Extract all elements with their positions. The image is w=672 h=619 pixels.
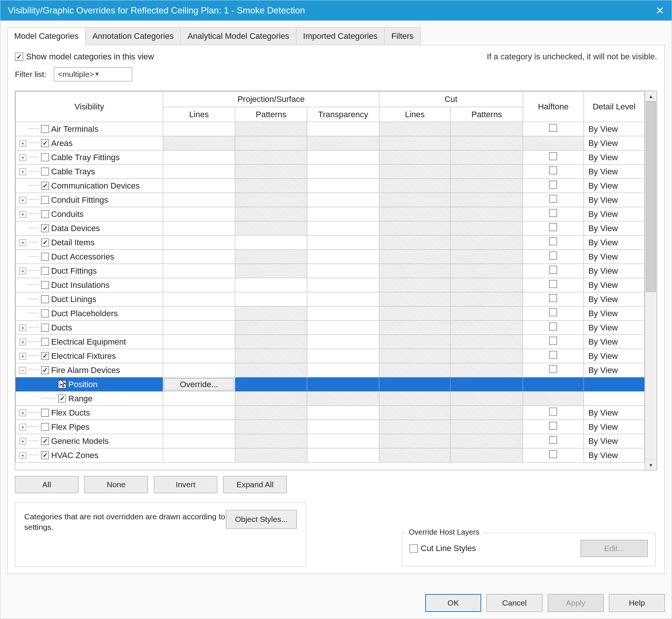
expand-icon[interactable]: + [19,168,26,175]
cell[interactable] [307,207,379,221]
ok-button[interactable]: OK [425,594,481,612]
cell[interactable] [451,406,523,420]
cell[interactable] [163,392,235,406]
cell[interactable] [451,165,523,179]
cell[interactable] [523,264,584,278]
table-row[interactable]: +DuctsBy View [16,321,645,335]
visibility-checkbox[interactable] [41,437,49,445]
cell[interactable]: By View [584,363,644,377]
cell[interactable] [523,150,584,165]
header-projection-surface[interactable]: Projection/Surface [163,91,379,107]
table-row[interactable]: +Duct FittingsBy View [16,264,645,278]
halftone-checkbox[interactable] [549,237,557,245]
visibility-checkbox[interactable] [41,338,49,346]
cell[interactable] [163,349,235,363]
show-model-categories-checkbox[interactable]: Show model categories in this view [15,52,154,62]
halftone-checkbox[interactable] [549,266,557,274]
header-proj-patterns[interactable]: Patterns [235,107,307,122]
visibility-checkbox[interactable] [41,295,49,303]
cell[interactable] [307,264,379,278]
cell[interactable]: By View [584,165,644,179]
cell[interactable] [163,250,235,264]
all-button[interactable]: All [15,476,78,493]
table-row[interactable]: Data DevicesBy View [16,221,645,236]
cell[interactable]: By View [584,207,644,221]
cell[interactable] [307,321,379,335]
cell[interactable] [379,448,451,463]
cell[interactable] [163,179,235,193]
visibility-checkbox[interactable] [58,395,66,402]
cell[interactable] [451,377,523,392]
header-cut[interactable]: Cut [379,91,523,107]
cell[interactable] [451,136,523,150]
cell[interactable]: By View [584,122,644,136]
table-row[interactable]: +Electrical EquipmentBy View [16,335,645,349]
expand-icon[interactable]: + [19,410,26,416]
cell[interactable] [235,349,307,363]
cell[interactable] [451,335,523,349]
cell[interactable] [379,307,451,321]
cell[interactable] [451,420,523,434]
visibility-checkbox[interactable] [41,310,49,317]
cell[interactable] [163,221,235,236]
cell[interactable]: By View [584,278,644,292]
header-proj-transparency[interactable]: Transparency [307,107,379,122]
expand-all-button[interactable]: Expand All [223,476,287,493]
cell[interactable] [451,150,523,165]
cell[interactable] [379,179,451,193]
cell[interactable]: By View [584,264,644,278]
cell[interactable]: By View [584,349,644,363]
halftone-checkbox[interactable] [549,124,557,132]
cell[interactable]: By View [584,236,644,250]
cell[interactable]: By View [584,250,644,264]
cell[interactable] [451,207,523,221]
cell[interactable] [379,406,451,420]
visibility-checkbox[interactable] [41,423,49,431]
visibility-checkbox[interactable] [41,196,49,204]
cell[interactable] [163,335,235,349]
expand-icon[interactable]: + [19,353,26,360]
table-row[interactable]: +Conduit FittingsBy View [16,193,645,207]
cell[interactable] [451,122,523,136]
cell[interactable] [163,406,235,420]
cell[interactable] [451,307,523,321]
none-button[interactable]: None [84,476,148,493]
cell[interactable] [163,307,235,321]
cell[interactable] [523,122,584,136]
table-row[interactable]: Communication DevicesBy View [16,179,645,193]
cell[interactable] [307,406,379,420]
filter-list-combo[interactable]: <multiple> ▼ [54,67,132,81]
cell[interactable] [523,392,584,406]
visibility-checkbox[interactable] [41,239,49,246]
cell[interactable] [584,392,644,406]
close-icon[interactable]: ✕ [656,4,664,17]
expand-icon[interactable]: + [19,197,26,203]
cell[interactable] [235,179,307,193]
cell[interactable] [235,122,307,136]
cell[interactable] [523,434,584,448]
scrollbar[interactable]: ▲ ▼ [645,91,657,470]
header-proj-lines[interactable]: Lines [163,107,235,122]
table-row[interactable]: +Cable Tray FittingsBy View [16,150,645,165]
cell[interactable] [307,221,379,236]
cell[interactable] [523,136,584,150]
invert-button[interactable]: Invert [154,476,217,493]
scroll-track[interactable] [645,102,657,460]
cell[interactable] [379,165,451,179]
cell[interactable]: By View [584,420,644,434]
halftone-checkbox[interactable] [549,351,557,359]
cell[interactable] [307,150,379,165]
expand-icon[interactable]: + [19,339,26,345]
cell[interactable] [379,335,451,349]
cell[interactable] [523,236,584,250]
cell[interactable] [163,292,235,307]
cell[interactable] [163,193,235,207]
object-styles-button[interactable]: Object Styles... [226,510,297,529]
cell[interactable] [523,221,584,236]
table-row[interactable]: Duct InsulationsBy View [16,278,645,292]
cell[interactable] [379,150,451,165]
cell[interactable] [235,321,307,335]
cell[interactable]: By View [584,179,644,193]
cell[interactable] [379,193,451,207]
halftone-checkbox[interactable] [549,294,557,302]
